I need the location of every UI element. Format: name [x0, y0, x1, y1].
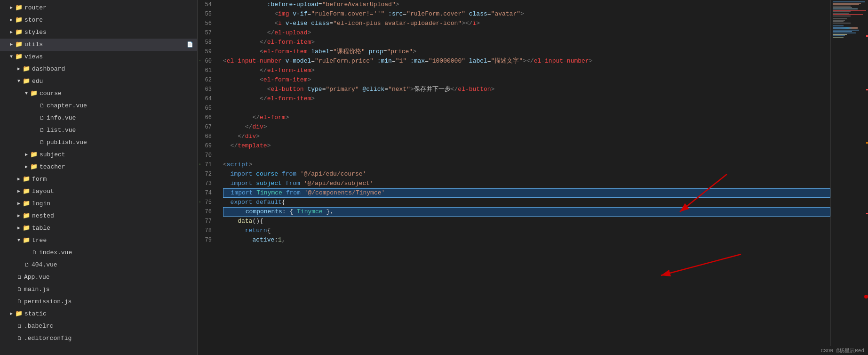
line-num-68: 68: [198, 132, 215, 141]
file-icon-vue: 🗋: [32, 248, 37, 258]
file-icon-rc: 🗋: [17, 333, 22, 344]
folder-icon: 📁: [30, 89, 38, 99]
folder-icon: 📁: [15, 309, 23, 319]
sidebar-item-nested[interactable]: ▶ 📁 nested: [0, 210, 197, 222]
folder-icon: 📁: [23, 174, 30, 185]
sidebar-item-styles[interactable]: ▶ 📁 styles: [0, 26, 197, 39]
code-line-79: active:1,: [223, 235, 830, 245]
code-line-60: <el-input-number v-model="ruleForm.price…: [223, 56, 830, 66]
line-num-74: 74: [198, 188, 215, 198]
code-line-71: <script>: [223, 160, 830, 169]
sidebar-item-label: 404.vue: [32, 260, 57, 270]
sidebar-item-utils[interactable]: ▶ 📁 utils 📄: [0, 39, 197, 51]
code-line-54: :before-upload="beforeAvatarUpload">: [223, 0, 830, 9]
sidebar-item-dashboard[interactable]: ▶ 📁 dashboard: [0, 63, 197, 75]
line-num-76: 76: [198, 207, 215, 217]
chevron-right-icon: ▶: [15, 188, 23, 195]
sidebar-item-label: static: [24, 309, 47, 319]
sidebar-item-publish-vue[interactable]: ▶ 🗋 publish.vue: [0, 137, 197, 149]
sidebar-item-tree[interactable]: ▼ 📁 tree: [0, 234, 197, 247]
code-line-68: </div>: [223, 132, 830, 141]
sidebar-item-main-js[interactable]: ▶ 🗋 main.js: [0, 283, 197, 296]
sidebar-item-store[interactable]: ▶ 📁 store: [0, 14, 197, 26]
chevron-right-icon: ▶: [8, 41, 15, 48]
sidebar-item-app-vue[interactable]: ▶ 🗋 App.vue: [0, 271, 197, 283]
sidebar-item-router[interactable]: ▶ 📁 router: [0, 2, 197, 14]
folder-icon: 📁: [23, 211, 30, 221]
code-editor[interactable]: 54 55 56 57 58 59 60 61 62 63 64 65 66 6…: [198, 0, 830, 355]
sidebar-item-label: utils: [24, 40, 43, 50]
code-line-56: <i v-else class="el-icon-plus avatar-upl…: [223, 19, 830, 28]
line-num-63: 63: [198, 85, 215, 94]
sidebar-item-label: store: [24, 15, 43, 25]
sidebar-item-form[interactable]: ▶ 📁 form: [0, 173, 197, 186]
sidebar-item-tree-index-vue[interactable]: ▶ 🗋 index.vue: [0, 247, 197, 259]
file-icon-js: 🗋: [17, 297, 22, 307]
sidebar-item-label: .editorconfig: [24, 333, 72, 344]
sidebar-item-label: teacher: [40, 162, 65, 172]
file-icon-vue: 🗋: [17, 272, 22, 282]
line-num-57: 57: [198, 28, 215, 38]
code-line-55: <img v-if="ruleForm.cover!=''" :src="rul…: [223, 9, 830, 19]
line-num-78: 78: [198, 226, 215, 235]
line-num-59: 59: [198, 47, 215, 56]
folder-icon: 📁: [15, 27, 23, 38]
line-num-77: 77: [198, 217, 215, 226]
sidebar-item-label: layout: [32, 186, 54, 197]
sidebar-item-table[interactable]: ▶ 📁 table: [0, 222, 197, 234]
line-numbers: 54 55 56 57 58 59 60 61 62 63 64 65 66 6…: [198, 0, 219, 355]
code-line-76: components: { Tinymce },: [223, 207, 830, 217]
sidebar-item-teacher[interactable]: ▶ 📁 teacher: [0, 161, 197, 173]
sidebar-item-label: course: [40, 89, 62, 99]
folder-icon: 📁: [15, 52, 23, 62]
code-line-75: export default{: [223, 198, 830, 207]
sidebar-item-list-vue[interactable]: ▶ 🗋 list.vue: [0, 124, 197, 137]
sidebar-item-permission-js[interactable]: ▶ 🗋 permission.js: [0, 296, 197, 308]
sidebar-item-login[interactable]: ▶ 📁 login: [0, 198, 197, 210]
chevron-right-icon: ▶: [15, 200, 23, 208]
sidebar-item-editorconfig[interactable]: ▶ 🗋 .editorconfig: [0, 332, 197, 345]
sidebar-item-chapter-vue[interactable]: ▶ 🗋 chapter.vue: [0, 100, 197, 112]
sidebar-item-subject[interactable]: ▶ 📁 subject: [0, 149, 197, 161]
code-line-67: </div>: [223, 122, 830, 132]
status-label: CSDN @杨星辰Red: [821, 348, 864, 354]
sidebar-item-label: dashboard: [32, 64, 65, 74]
code-line-58: </el-form-item>: [223, 38, 830, 47]
file-icon-vue: 🗋: [24, 260, 30, 270]
chevron-right-icon: ▶: [15, 212, 23, 220]
sidebar-item-label: info.vue: [47, 113, 76, 123]
line-num-69: 69: [198, 141, 215, 151]
sidebar-item-label: form: [32, 174, 47, 185]
sidebar-item-label: index.vue: [39, 248, 72, 258]
chevron-right-icon: ▶: [8, 310, 15, 318]
file-tree[interactable]: ▶ 📁 router ▶ 📁 store ▶ 📁 styles ▶ 📁 util…: [0, 0, 198, 355]
file-icon-vue: 🗋: [40, 101, 45, 111]
file-action-icon[interactable]: 📄: [187, 40, 193, 50]
sidebar-item-label: subject: [40, 150, 65, 160]
file-icon-rc: 🗋: [17, 321, 22, 331]
line-num-56: 56: [198, 19, 215, 28]
folder-icon: 📁: [23, 223, 30, 234]
chevron-right-icon: ▶: [8, 4, 15, 12]
sidebar-item-layout[interactable]: ▶ 📁 layout: [0, 186, 197, 198]
status-bar: CSDN @杨星辰Red: [817, 346, 868, 355]
code-line-74: import Tinymce from '@/components/Tinymc…: [223, 188, 830, 198]
sidebar-item-course[interactable]: ▼ 📁 course: [0, 88, 197, 100]
sidebar-item-label: login: [32, 199, 50, 209]
line-num-61: 61: [198, 66, 215, 75]
line-num-55: 55: [198, 9, 215, 19]
line-num-62: 62: [198, 75, 215, 85]
code-line-65: [223, 104, 830, 113]
sidebar-item-info-vue[interactable]: ▶ 🗋 info.vue: [0, 112, 197, 124]
sidebar-item-404-vue[interactable]: ▶ 🗋 404.vue: [0, 259, 197, 271]
sidebar-item-edu[interactable]: ▼ 📁 edu: [0, 75, 197, 88]
code-line-66: </el-form>: [223, 113, 830, 122]
sidebar-item-views[interactable]: ▼ 📁 views: [0, 51, 197, 63]
sidebar-item-babelrc[interactable]: ▶ 🗋 .babelrc: [0, 320, 197, 332]
sidebar-item-static[interactable]: ▶ 📁 static: [0, 308, 197, 320]
chevron-down-icon: ▼: [8, 53, 15, 61]
line-num-75: 75: [198, 198, 215, 207]
sidebar-item-label: router: [24, 3, 47, 13]
minimap[interactable]: [830, 0, 868, 355]
folder-icon: 📁: [23, 64, 30, 74]
